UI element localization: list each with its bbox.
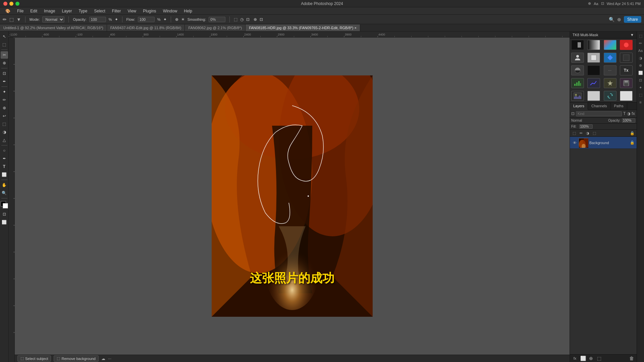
filter-type-icon[interactable]: T	[623, 111, 626, 116]
cloud-icon[interactable]: ☁	[101, 356, 105, 361]
fr-btn-1[interactable]: ⬚	[638, 33, 644, 39]
plugin-btn-dark-mask[interactable]	[571, 40, 584, 50]
plugin-btn-star[interactable]	[604, 78, 616, 88]
fr-btn-3[interactable]: Aa	[638, 48, 644, 54]
tool-screen-mode[interactable]: ⬜	[1, 219, 8, 226]
plugin-btn-black-sq[interactable]	[587, 65, 600, 75]
menu-filter[interactable]: Filter	[109, 8, 124, 14]
flow-input[interactable]	[138, 17, 155, 22]
tool-dodge[interactable]: ○	[1, 147, 8, 154]
plugin-btn-chart2[interactable]	[587, 78, 600, 88]
app-menu-icon[interactable]: 🎨	[3, 8, 13, 14]
menu-help[interactable]: Help	[181, 8, 195, 14]
create-group-btn[interactable]: ⊕	[588, 356, 594, 361]
tab-fan08062[interactable]: FAN08062.jpg @ 2.1% (RGB/8*)	[185, 24, 246, 31]
layer-item-background[interactable]: 👁 Background 🔒	[570, 137, 637, 149]
fr-btn-9[interactable]: ⬚	[638, 92, 644, 98]
tool-zoom[interactable]: 🔍	[1, 189, 8, 197]
more-options-icon[interactable]: ···	[108, 356, 111, 361]
plugin-btn-chart1[interactable]	[571, 78, 584, 88]
tab-untitled[interactable]: Untitled-1 @ 92.2% (Monument Valley of A…	[0, 24, 107, 31]
filter-adj-icon[interactable]: ◑	[627, 111, 630, 116]
plugin-btn-dots[interactable]: ⋯	[604, 65, 616, 75]
tablet-icon[interactable]: ⊡	[246, 17, 250, 22]
plugin-btn-white-sq[interactable]	[587, 91, 600, 101]
plugin-btn-image[interactable]	[571, 91, 584, 101]
remove-background-button[interactable]: ⬚ Remove background	[54, 355, 99, 362]
tab-channels[interactable]: Channels	[588, 103, 610, 110]
foreground-color[interactable]	[1, 201, 8, 208]
layer-eye-icon[interactable]: 👁	[572, 140, 577, 145]
menu-type[interactable]: Type	[76, 8, 90, 14]
tool-shape[interactable]: ⬜	[1, 171, 8, 178]
share-icon[interactable]: ⊕	[617, 17, 621, 22]
menu-select[interactable]: Select	[91, 8, 108, 14]
plugin-collapse-icon[interactable]: ▼	[630, 33, 634, 37]
share-button[interactable]: Share	[624, 16, 641, 23]
pressure-icon[interactable]: ✦	[115, 17, 118, 22]
tool-type[interactable]: T	[1, 163, 8, 170]
plugin-btn-diamond[interactable]	[604, 53, 616, 63]
tab-paths[interactable]: Paths	[611, 103, 627, 110]
plugin-btn-red[interactable]	[620, 40, 633, 50]
close-button[interactable]	[3, 2, 7, 6]
brush-preset-icon[interactable]: ⬚	[9, 17, 14, 22]
plugin-btn-person[interactable]	[571, 53, 584, 63]
add-fx-btn[interactable]: fx	[572, 356, 578, 361]
menu-window[interactable]: Window	[160, 8, 180, 14]
filter-icon[interactable]: ⊡	[571, 111, 575, 116]
brush-options-icon[interactable]: ▼	[16, 17, 21, 22]
menu-plugins[interactable]: Plugins	[140, 8, 159, 14]
filter-fx-icon[interactable]: fx	[632, 111, 635, 116]
tool-magic-wand[interactable]: ⊕	[1, 59, 8, 67]
plugin-btn-refresh[interactable]	[604, 91, 616, 101]
lock-position-btn[interactable]: ✏	[578, 130, 584, 136]
tool-lasso[interactable]: ✂	[1, 51, 8, 59]
plugin-btn-zone-mask[interactable]	[587, 40, 600, 50]
new-layer-btn[interactable]: ⬚	[596, 356, 602, 361]
layer-fill-input[interactable]	[579, 124, 593, 129]
extra-brush-icon[interactable]: ⊕	[254, 17, 257, 22]
flow-icon[interactable]: ✦	[163, 17, 167, 22]
smooth-options-icon[interactable]: ☀	[181, 17, 185, 22]
minimize-button[interactable]	[9, 2, 13, 6]
tool-move[interactable]: ↖	[1, 33, 8, 40]
menu-file[interactable]: File	[14, 8, 26, 14]
tool-hand[interactable]: ✋	[1, 181, 8, 189]
lock-icon[interactable]: 🔒	[629, 130, 635, 136]
tab-layers[interactable]: Layers	[570, 103, 588, 110]
fr-btn-4[interactable]: ◑	[638, 55, 644, 61]
plugin-btn-square[interactable]	[587, 53, 600, 63]
tool-quick-mask[interactable]: ⊡	[1, 210, 8, 218]
lock-artboard-btn[interactable]: ◑	[585, 130, 591, 136]
angle-icon[interactable]: ◷	[240, 17, 244, 22]
fr-btn-6[interactable]: ⬜	[638, 70, 644, 76]
menu-image[interactable]: Image	[41, 8, 58, 14]
delete-layer-btn[interactable]: 🗑	[629, 356, 635, 361]
fr-btn-2[interactable]: ✏	[638, 40, 644, 46]
plugin-btn-white-sq2[interactable]	[620, 91, 633, 101]
tool-crop[interactable]: ⊡	[1, 70, 8, 77]
menu-edit[interactable]: Edit	[28, 8, 40, 14]
tool-pen[interactable]: ✒	[1, 155, 8, 162]
menu-view[interactable]: View	[125, 8, 139, 14]
canvas-container[interactable]: 这张照片的成功	[15, 38, 570, 355]
tool-eyedropper[interactable]: ✒	[1, 78, 8, 85]
lock-all-btn[interactable]: ⬚	[591, 130, 597, 136]
fr-btn-8[interactable]: ✦	[638, 84, 644, 90]
plugin-btn-dark-square[interactable]	[620, 53, 633, 63]
tab-fan9437[interactable]: FAN9437-HDR-Edit.jpg @ 11.8% (RGB/8#)	[107, 24, 185, 31]
search-icon[interactable]: 🔍	[609, 17, 614, 22]
extra-brush-icon2[interactable]: ⊡	[260, 17, 263, 22]
tool-history[interactable]: ↩	[1, 112, 8, 120]
tool-eraser[interactable]: ⬚	[1, 120, 8, 128]
symmetry-icon[interactable]: ⬚	[234, 17, 237, 22]
lock-pixels-btn[interactable]: ⬚	[571, 130, 577, 136]
tool-healing[interactable]: ✦	[1, 88, 8, 96]
select-subject-button[interactable]: ⬚ Select subject	[17, 355, 51, 362]
fr-btn-7[interactable]: ⊡	[638, 77, 644, 83]
mode-select[interactable]: Normal	[42, 16, 64, 22]
fr-btn-5[interactable]: ⊕	[638, 62, 644, 68]
maximize-button[interactable]	[15, 2, 19, 6]
add-mask-btn[interactable]: ⬜	[580, 356, 586, 361]
